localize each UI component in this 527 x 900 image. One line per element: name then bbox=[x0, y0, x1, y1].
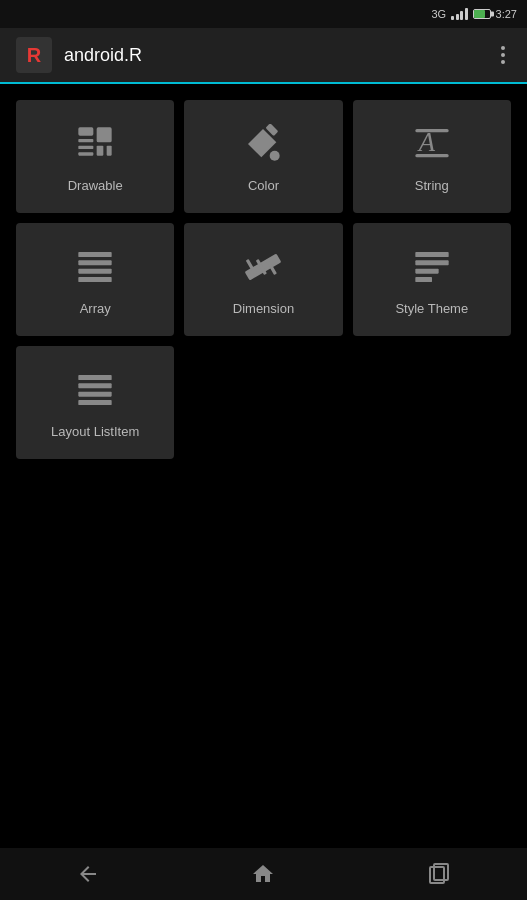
layout-listitem-icon bbox=[71, 366, 119, 414]
svg-rect-5 bbox=[97, 146, 104, 156]
grid-item-layout-listitem[interactable]: Layout ListItem bbox=[16, 346, 174, 459]
svg-rect-22 bbox=[415, 269, 438, 274]
svg-rect-3 bbox=[78, 152, 93, 155]
grid-item-style-theme[interactable]: Style Theme bbox=[353, 223, 511, 336]
string-icon: A bbox=[408, 120, 456, 168]
layout-listitem-label: Layout ListItem bbox=[51, 424, 139, 439]
status-bar: 3G 3:27 bbox=[0, 0, 527, 28]
main-content: Drawable Color A String bbox=[0, 84, 527, 475]
network-type: 3G bbox=[431, 8, 446, 20]
home-button[interactable] bbox=[233, 854, 293, 894]
grid-item-dimension[interactable]: Dimension bbox=[184, 223, 342, 336]
drawable-label: Drawable bbox=[68, 178, 123, 193]
app-icon-letter: R bbox=[27, 44, 41, 67]
svg-rect-27 bbox=[78, 400, 111, 405]
string-label: String bbox=[415, 178, 449, 193]
svg-rect-4 bbox=[97, 127, 112, 142]
grid-item-array[interactable]: Array bbox=[16, 223, 174, 336]
svg-rect-15 bbox=[78, 277, 111, 282]
svg-rect-2 bbox=[78, 146, 93, 149]
app-title: android.R bbox=[64, 45, 495, 66]
array-icon bbox=[71, 243, 119, 291]
svg-rect-26 bbox=[78, 392, 111, 397]
svg-rect-14 bbox=[78, 269, 111, 274]
svg-rect-12 bbox=[78, 252, 111, 257]
svg-rect-20 bbox=[415, 252, 448, 257]
overflow-menu-button[interactable] bbox=[495, 40, 511, 70]
dimension-label: Dimension bbox=[233, 301, 294, 316]
dimension-icon bbox=[239, 243, 287, 291]
svg-rect-13 bbox=[78, 260, 111, 265]
svg-rect-21 bbox=[415, 260, 448, 265]
svg-rect-0 bbox=[78, 127, 93, 135]
svg-rect-25 bbox=[78, 383, 111, 388]
status-bar-right: 3G 3:27 bbox=[431, 8, 517, 20]
style-theme-label: Style Theme bbox=[395, 301, 468, 316]
nav-bar bbox=[0, 848, 527, 900]
color-label: Color bbox=[248, 178, 279, 193]
grid-item-string[interactable]: A String bbox=[353, 100, 511, 213]
svg-rect-1 bbox=[78, 139, 93, 142]
color-icon bbox=[239, 120, 287, 168]
clock: 3:27 bbox=[496, 8, 517, 20]
overflow-dot-3 bbox=[501, 60, 505, 64]
overflow-dot-1 bbox=[501, 46, 505, 50]
array-label: Array bbox=[80, 301, 111, 316]
battery-icon bbox=[473, 9, 491, 19]
svg-rect-6 bbox=[107, 146, 112, 156]
svg-rect-10 bbox=[415, 154, 448, 157]
svg-rect-11 bbox=[415, 129, 448, 132]
svg-point-8 bbox=[270, 151, 280, 161]
grid-item-color[interactable]: Color bbox=[184, 100, 342, 213]
svg-rect-23 bbox=[415, 277, 432, 282]
overflow-dot-2 bbox=[501, 53, 505, 57]
action-bar: R android.R bbox=[0, 28, 527, 84]
resource-grid: Drawable Color A String bbox=[16, 100, 511, 459]
grid-item-drawable[interactable]: Drawable bbox=[16, 100, 174, 213]
svg-rect-24 bbox=[78, 375, 111, 380]
recents-button[interactable] bbox=[409, 854, 469, 894]
drawable-icon bbox=[71, 120, 119, 168]
style-theme-icon bbox=[408, 243, 456, 291]
app-icon: R bbox=[16, 37, 52, 73]
back-button[interactable] bbox=[58, 854, 118, 894]
signal-icon bbox=[451, 8, 468, 20]
